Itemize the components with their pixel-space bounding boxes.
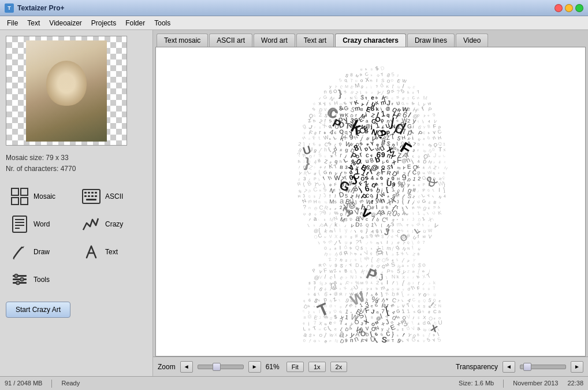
tabs-bar: Text mosaic ASCII art Word art Text art … [153,30,588,47]
menu-videoaizer[interactable]: Videoaizer [44,18,86,28]
start-crazy-art-button[interactable]: Start Crazy Art [6,302,70,318]
canvas-content [156,47,585,356]
menu-folder[interactable]: Folder [121,18,150,28]
crazy-tool-label: Crazy [105,220,123,228]
mosaic-tool-label: Mosaic [34,192,55,200]
status-text: Ready [61,380,80,388]
svg-point-23 [20,278,24,281]
tab-ascii-art[interactable]: ASCII art [209,34,252,47]
transparency-slider-thumb[interactable] [523,363,531,371]
app-icon: T [5,3,14,13]
right-panel: Text mosaic ASCII art Word art Text art … [153,30,588,376]
zoom-left-button[interactable]: ◄ [180,361,193,373]
svg-point-22 [14,274,18,278]
svg-point-24 [16,281,20,285]
tab-video[interactable]: Video [456,34,488,47]
crazy-icon [82,215,101,233]
status-left: 91 / 2048 MB Ready [5,380,449,388]
ascii-tool-button[interactable]: ASCII [77,184,147,209]
text-tool-label: Text [105,248,118,256]
preview-inner [26,40,107,142]
svg-rect-14 [13,216,27,232]
tab-text-mosaic[interactable]: Text mosaic [157,34,208,47]
svg-rect-6 [88,192,90,194]
x1-button[interactable]: 1x [308,362,326,372]
svg-rect-7 [91,192,94,194]
menu-projects[interactable]: Projects [87,18,121,28]
svg-rect-12 [95,195,97,197]
character-count: Nr. of characters: 4770 [6,164,147,174]
canvas-area [155,47,586,356]
svg-rect-11 [91,195,94,197]
memory-usage: 91 / 2048 MB [5,380,42,388]
mosaic-canvas [244,60,498,343]
ascii-tool-label: ASCII [105,192,123,200]
svg-rect-8 [95,192,97,194]
status-divider-2 [503,380,504,388]
mosaic-size: Mosaic size: 79 x 33 [6,153,147,164]
status-divider-1 [51,380,52,388]
svg-rect-0 [12,188,18,195]
tools-grid: Mosaic [6,184,147,292]
close-button[interactable] [554,4,563,12]
svg-rect-1 [21,188,28,195]
menu-bar: File Text Videoaizer Projects Folder Too… [0,16,588,30]
crazy-tool-button[interactable]: Crazy [77,211,147,237]
transparency-label: Transparency [456,363,498,371]
preview-image [6,36,127,146]
text-icon [82,243,101,261]
menu-file[interactable]: File [2,18,23,28]
mosaic-tool-button[interactable]: Mosaic [6,184,75,209]
svg-rect-2 [12,198,18,205]
tab-crazy-characters[interactable]: Crazy characters [335,34,406,47]
fit-button[interactable]: Fit [286,362,304,372]
tab-draw-lines[interactable]: Draw lines [407,34,455,47]
title-bar: T Textaizer Pro+ [0,0,588,16]
main-content: Mosaic size: 79 x 33 Nr. of characters: … [0,30,588,376]
zoom-slider-track[interactable] [198,365,244,369]
svg-rect-5 [84,192,87,194]
ascii-icon [82,187,101,206]
status-right: Size: 1.6 Mb November 2013 22:38 [459,380,583,388]
status-bar: 91 / 2048 MB Ready Size: 1.6 Mb November… [0,376,588,390]
text-tool-button[interactable]: Text [77,239,147,265]
minimize-button[interactable] [565,4,573,12]
tab-word-art[interactable]: Word art [254,34,295,47]
svg-rect-10 [88,195,90,197]
file-size: Size: 1.6 Mb [459,380,494,388]
portrait-preview [26,40,107,142]
left-panel: Mosaic size: 79 x 33 Nr. of characters: … [0,30,153,376]
word-icon [10,215,29,233]
x2-button[interactable]: 2x [330,362,348,372]
svg-rect-13 [86,199,96,200]
transparency-left-button[interactable]: ◄ [503,361,515,373]
stats-section: Mosaic size: 79 x 33 Nr. of characters: … [6,150,147,177]
zoom-percent: 61% [266,363,282,371]
draw-tool-label: Draw [34,248,50,256]
tools-icon [10,270,29,289]
menu-tools[interactable]: Tools [150,18,175,28]
svg-rect-9 [84,195,87,197]
date-label: November 2013 [513,380,558,388]
svg-rect-20 [13,278,27,280]
tools-tool-button[interactable]: Tools [6,267,75,292]
svg-rect-3 [21,198,28,205]
tools-tool-label: Tools [34,276,50,284]
transparency-slider-track[interactable] [520,365,566,369]
mosaic-icon [10,187,29,206]
draw-icon [10,243,29,261]
zoom-right-button[interactable]: ► [248,361,261,373]
draw-tool-button[interactable]: Draw [6,239,75,265]
tab-text-art[interactable]: Text art [296,34,334,47]
maximize-button[interactable] [575,4,583,12]
word-tool-button[interactable]: Word [6,211,75,237]
word-tool-label: Word [34,220,50,228]
mosaic-art-display [244,60,498,343]
window-controls [554,4,583,12]
menu-text[interactable]: Text [23,18,44,28]
window-title: Textaizer Pro+ [17,4,554,12]
zoom-slider-thumb[interactable] [213,363,221,371]
time-label: 22:38 [567,380,583,388]
transparency-right-button[interactable]: ► [571,361,583,373]
zoom-label: Zoom [158,363,176,371]
